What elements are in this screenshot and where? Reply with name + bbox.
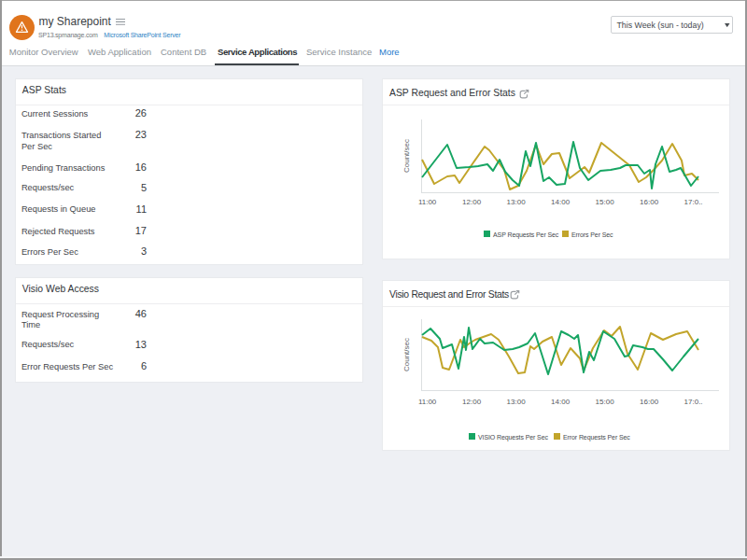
svg-text:15:00: 15:00 xyxy=(596,398,615,406)
svg-text:17:0..: 17:0.. xyxy=(684,198,703,206)
svg-text:ASP Requests Per Sec: ASP Requests Per Sec xyxy=(493,231,559,239)
svg-text:VISIO Requests Per Sec: VISIO Requests Per Sec xyxy=(478,434,548,441)
svg-text:14:00: 14:00 xyxy=(551,198,571,206)
svg-text:Count/sec: Count/sec xyxy=(402,338,411,371)
svg-text:Errors Per Sec: Errors Per Sec xyxy=(571,231,613,238)
svg-text:11:00: 11:00 xyxy=(418,398,437,406)
svg-text:12:00: 12:00 xyxy=(462,398,482,406)
svg-text:16:00: 16:00 xyxy=(640,198,659,206)
svg-text:12:00: 12:00 xyxy=(462,198,482,206)
svg-text:17:0..: 17:0.. xyxy=(684,398,703,406)
svg-text:13:00: 13:00 xyxy=(507,398,527,406)
svg-text:Error Requests Per Sec: Error Requests Per Sec xyxy=(563,434,630,441)
svg-text:11:00: 11:00 xyxy=(418,198,437,206)
svg-text:Count/sec: Count/sec xyxy=(402,139,411,173)
svg-text:13:00: 13:00 xyxy=(507,198,527,206)
svg-text:15:00: 15:00 xyxy=(596,198,615,206)
svg-text:14:00: 14:00 xyxy=(551,398,571,406)
svg-text:16:00: 16:00 xyxy=(640,398,659,406)
